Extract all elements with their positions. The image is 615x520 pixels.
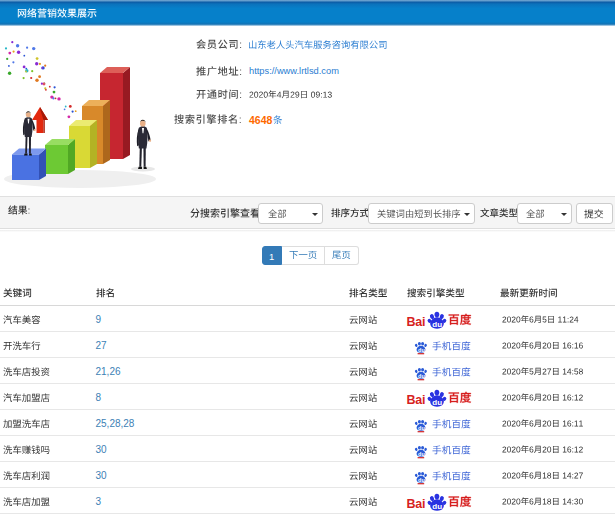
svg-text:du: du [432, 501, 442, 510]
svg-text:du: du [432, 319, 442, 328]
svg-text:du: du [418, 424, 425, 430]
svg-text:du: du [418, 346, 425, 352]
svg-text:Bai: Bai [407, 497, 426, 511]
svg-text:du: du [418, 476, 425, 482]
svg-text:du: du [418, 450, 425, 456]
svg-text:du: du [418, 372, 425, 378]
svg-text:Bai: Bai [407, 315, 426, 329]
svg-text:du: du [432, 397, 442, 406]
svg-text:Bai: Bai [407, 393, 426, 407]
